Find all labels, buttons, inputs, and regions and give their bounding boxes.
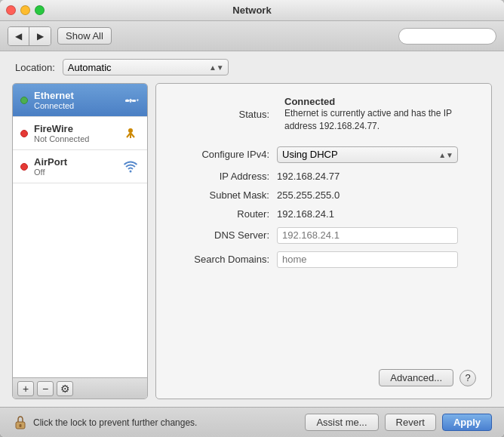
help-button[interactable]: ? (459, 370, 476, 386)
configure-label: Configure IPv4: (171, 149, 269, 160)
airport-status: Off (34, 168, 115, 177)
title-bar: Network (0, 0, 504, 21)
subnet-row: Subnet Mask: 255.255.255.0 (171, 189, 476, 201)
traffic-lights (6, 5, 45, 15)
dns-input[interactable] (277, 227, 458, 244)
show-all-button[interactable]: Show All (57, 27, 112, 45)
lock-wrap: Click the lock to prevent further change… (12, 414, 197, 431)
airport-text: AirPort Off (34, 156, 115, 177)
configure-row: Configure IPv4: Using DHCP Manually Usin… (171, 146, 476, 163)
search-domains-label: Search Domains: (171, 254, 269, 265)
subnet-value: 255.255.255.0 (277, 189, 340, 201)
router-value: 192.168.24.1 (277, 208, 334, 220)
search-domains-input[interactable] (277, 251, 458, 268)
back-button[interactable]: ◀ (8, 27, 29, 45)
bottom-actions: Assist me... Revert Apply (305, 414, 492, 431)
search-input[interactable] (398, 28, 496, 45)
sidebar-item-airport[interactable]: AirPort Off (13, 150, 147, 183)
main-area: Ethernet Connected (0, 83, 504, 407)
dns-label: DNS Server: (171, 229, 269, 241)
status-value: Connected (284, 96, 476, 107)
dns-row: DNS Server: (171, 227, 476, 244)
status-description: Ethernet is currently active and has the… (284, 107, 476, 133)
airport-status-dot (20, 163, 28, 171)
location-label: Location: (15, 62, 55, 73)
ip-value: 192.168.24.77 (277, 171, 340, 182)
router-label: Router: (171, 208, 269, 220)
detail-spacer (171, 275, 476, 363)
nav-buttons: ◀ ▶ (8, 26, 51, 46)
firewire-status-dot (20, 130, 28, 137)
sidebar-list: Ethernet Connected (13, 84, 147, 377)
ethernet-status-dot (20, 97, 28, 104)
svg-rect-11 (20, 424, 22, 427)
detail-panel: Status: Connected Ethernet is currently … (155, 83, 492, 399)
remove-interface-button[interactable]: − (37, 381, 54, 396)
sidebar-toolbar: + − ⚙ (13, 377, 147, 399)
ethernet-status: Connected (34, 101, 115, 110)
svg-text:↔↔: ↔↔ (124, 94, 139, 106)
svg-point-5 (128, 128, 133, 133)
router-row: Router: 192.168.24.1 (171, 208, 476, 220)
lock-icon[interactable] (12, 414, 29, 431)
spacer1 (171, 140, 476, 146)
sidebar-item-ethernet[interactable]: Ethernet Connected (13, 84, 147, 117)
firewire-name: FireWire (34, 123, 115, 134)
ethernet-text: Ethernet Connected (34, 90, 115, 110)
lock-text: Click the lock to prevent further change… (33, 417, 197, 428)
apply-button[interactable]: Apply (442, 414, 492, 431)
detail-actions: Advanced... ? (171, 369, 476, 386)
sidebar: Ethernet Connected (12, 83, 148, 399)
add-interface-button[interactable]: + (17, 381, 34, 396)
status-info: Connected Ethernet is currently active a… (277, 96, 476, 133)
firewire-status: Not Connected (34, 134, 115, 143)
configure-select[interactable]: Using DHCP Manually Using BootP Off (277, 146, 458, 163)
airport-name: AirPort (34, 156, 115, 168)
location-select-wrap: Automatic Edit Locations... ▲▼ (63, 59, 229, 75)
status-row: Status: Connected Ethernet is currently … (171, 96, 476, 133)
assist-button[interactable]: Assist me... (305, 414, 378, 431)
location-bar: Location: Automatic Edit Locations... ▲▼ (0, 51, 504, 83)
ip-label: IP Address: (171, 171, 269, 182)
subnet-label: Subnet Mask: (171, 189, 269, 201)
network-window: Network ◀ ▶ Show All 🔍 Location: Automat… (0, 0, 504, 437)
gear-button[interactable]: ⚙ (57, 381, 73, 396)
minimize-button[interactable] (20, 5, 30, 15)
status-label: Status: (171, 109, 269, 120)
ethernet-svg-icon: ↔↔ (122, 92, 139, 109)
toolbar: ◀ ▶ Show All 🔍 (0, 21, 504, 51)
search-domains-row: Search Domains: (171, 251, 476, 268)
bottom-bar: Click the lock to prevent further change… (0, 407, 504, 437)
firewire-icon (121, 125, 140, 143)
sidebar-item-firewire[interactable]: FireWire Not Connected (13, 117, 147, 150)
airport-icon (121, 158, 140, 176)
firewire-svg-icon (122, 125, 139, 142)
airport-svg-icon (122, 158, 139, 175)
search-container: 🔍 (398, 28, 496, 45)
firewire-text: FireWire Not Connected (34, 123, 115, 143)
configure-select-wrap: Using DHCP Manually Using BootP Off ▲▼ (277, 146, 458, 163)
svg-point-9 (130, 170, 132, 172)
ethernet-name: Ethernet (34, 90, 115, 101)
maximize-button[interactable] (35, 5, 45, 15)
close-button[interactable] (6, 5, 16, 15)
forward-button[interactable]: ▶ (29, 27, 51, 45)
location-select[interactable]: Automatic Edit Locations... (63, 59, 229, 75)
revert-button[interactable]: Revert (385, 414, 436, 431)
advanced-button[interactable]: Advanced... (379, 369, 453, 386)
window-title: Network (232, 5, 271, 16)
ip-row: IP Address: 192.168.24.77 (171, 171, 476, 182)
content: Location: Automatic Edit Locations... ▲▼ (0, 51, 504, 407)
ethernet-icon: ↔↔ (121, 91, 140, 109)
